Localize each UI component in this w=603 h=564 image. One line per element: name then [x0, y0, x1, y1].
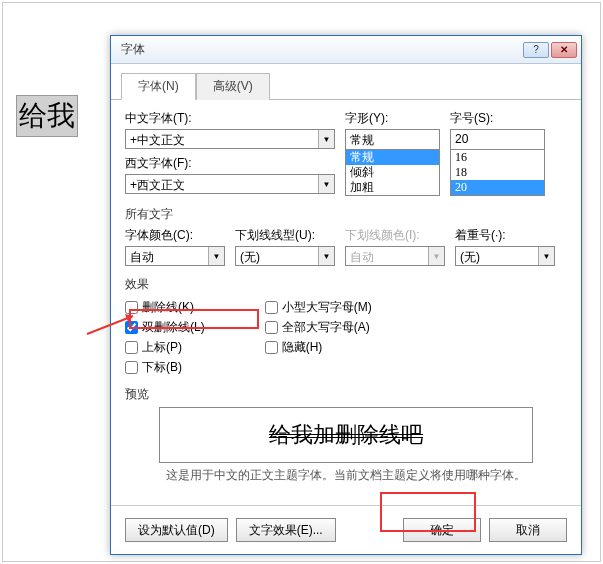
font-style-label: 字形(Y):: [345, 110, 440, 127]
dialog-title: 字体: [121, 41, 523, 58]
dropdown-arrow-icon: ▼: [318, 247, 334, 265]
dialog-body: 中文字体(T): +中文正文 ▼ 西文字体(F): +西文正文 ▼ 字形(Y):…: [111, 100, 581, 505]
list-item[interactable]: 20: [451, 180, 544, 195]
western-font-label: 西文字体(F):: [125, 155, 335, 172]
button-bar: 设为默认值(D) 文字效果(E)... 确定 取消: [111, 505, 581, 554]
tab-font[interactable]: 字体(N): [121, 73, 196, 100]
dropdown-arrow-icon: ▼: [208, 247, 224, 265]
font-color-combo[interactable]: 自动 ▼: [125, 246, 225, 266]
set-default-button[interactable]: 设为默认值(D): [125, 518, 228, 542]
dropdown-arrow-icon: ▼: [318, 130, 334, 148]
preview-frame: 给我加删除线吧: [159, 407, 533, 463]
cancel-button[interactable]: 取消: [489, 518, 567, 542]
list-item[interactable]: 18: [451, 165, 544, 180]
preview-label: 预览: [125, 386, 567, 403]
list-item[interactable]: 常规: [346, 150, 439, 165]
emphasis-combo[interactable]: (无) ▼: [455, 246, 555, 266]
list-item[interactable]: 16: [451, 150, 544, 165]
text-effects-button[interactable]: 文字效果(E)...: [236, 518, 336, 542]
preview-text: 给我加删除线吧: [269, 420, 423, 450]
hidden-checkbox[interactable]: 隐藏(H): [265, 339, 372, 356]
western-font-combo[interactable]: +西文正文 ▼: [125, 174, 335, 194]
list-item[interactable]: 加粗: [346, 180, 439, 195]
effects-label: 效果: [125, 276, 567, 293]
titlebar: 字体 ? ✕: [111, 36, 581, 64]
smallcaps-checkbox[interactable]: 小型大写字母(M): [265, 299, 372, 316]
font-dialog: 字体 ? ✕ 字体(N) 高级(V) 中文字体(T): +中文正文 ▼ 西文字体…: [110, 35, 582, 555]
close-button[interactable]: ✕: [551, 42, 577, 58]
chinese-font-label: 中文字体(T):: [125, 110, 335, 127]
font-size-input[interactable]: 20: [450, 129, 545, 149]
all-text-label: 所有文字: [125, 206, 567, 223]
font-style-list[interactable]: 常规 倾斜 加粗: [345, 149, 440, 196]
document-selection: 给我: [16, 95, 78, 137]
font-size-label: 字号(S):: [450, 110, 545, 127]
underline-color-combo: 自动 ▼: [345, 246, 445, 266]
underline-color-label: 下划线颜色(I):: [345, 227, 445, 244]
font-color-label: 字体颜色(C):: [125, 227, 225, 244]
dropdown-arrow-icon: ▼: [428, 247, 444, 265]
preview-description: 这是用于中文的正文主题字体。当前文档主题定义将使用哪种字体。: [125, 467, 567, 484]
dropdown-arrow-icon: ▼: [318, 175, 334, 193]
dropdown-arrow-icon: ▼: [538, 247, 554, 265]
chinese-font-combo[interactable]: +中文正文 ▼: [125, 129, 335, 149]
tab-advanced[interactable]: 高级(V): [196, 73, 270, 100]
annotation-arrow-icon: [85, 308, 140, 338]
font-style-input[interactable]: 常规: [345, 129, 440, 149]
superscript-checkbox[interactable]: 上标(P): [125, 339, 205, 356]
subscript-checkbox[interactable]: 下标(B): [125, 359, 205, 376]
list-item[interactable]: 倾斜: [346, 165, 439, 180]
emphasis-label: 着重号(·):: [455, 227, 555, 244]
ok-button[interactable]: 确定: [403, 518, 481, 542]
svg-line-0: [87, 316, 133, 334]
tab-strip: 字体(N) 高级(V): [111, 64, 581, 100]
help-button[interactable]: ?: [523, 42, 549, 58]
font-size-list[interactable]: 16 18 20: [450, 149, 545, 196]
allcaps-checkbox[interactable]: 全部大写字母(A): [265, 319, 372, 336]
underline-style-label: 下划线线型(U):: [235, 227, 335, 244]
underline-style-combo[interactable]: (无) ▼: [235, 246, 335, 266]
